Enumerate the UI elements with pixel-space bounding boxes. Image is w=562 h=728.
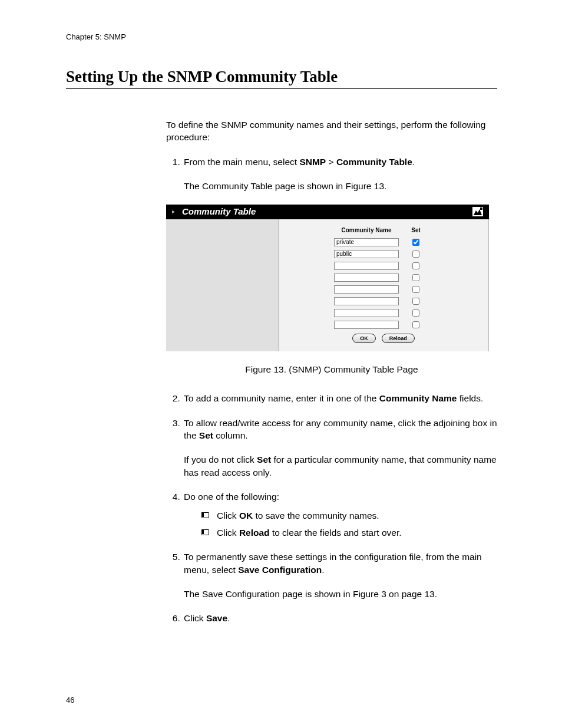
- step-5: To permanently save these settings in th…: [183, 551, 497, 600]
- community-name-input[interactable]: [334, 274, 399, 282]
- figure-13: ▸ Community Table: [166, 205, 497, 376]
- set-checkbox[interactable]: [412, 274, 419, 281]
- community-name-input[interactable]: [334, 297, 399, 305]
- community-name-input[interactable]: [334, 285, 399, 294]
- brand-logo-icon: [472, 207, 483, 216]
- running-header: Chapter 5: SNMP: [66, 32, 497, 41]
- table-row: [334, 319, 433, 330]
- section-title: Setting Up the SNMP Community Table: [66, 68, 497, 89]
- set-checkbox[interactable]: [412, 262, 419, 269]
- table-row: [334, 237, 433, 248]
- page-number: 46: [66, 696, 497, 704]
- community-name-input[interactable]: [334, 321, 399, 329]
- set-checkbox[interactable]: [412, 321, 419, 328]
- intro-paragraph: To define the SNMP community names and t…: [166, 118, 497, 144]
- step-3-followup: If you do not click Set for a particular…: [184, 453, 497, 479]
- col-header-set: Set: [399, 226, 433, 235]
- step-4: Do one of the following: Click OK to sav…: [183, 490, 497, 539]
- col-header-community-name: Community Name: [334, 226, 399, 235]
- community-name-input[interactable]: [334, 262, 399, 270]
- set-checkbox[interactable]: [412, 309, 419, 317]
- community-name-input[interactable]: [334, 238, 399, 246]
- table-row: [334, 261, 433, 271]
- community-name-input[interactable]: [334, 250, 399, 258]
- step-2: To add a community name, enter it in one…: [183, 392, 497, 404]
- window-content: Community Name Set OK Reload: [279, 219, 489, 351]
- community-name-input[interactable]: [334, 309, 399, 317]
- window-titlebar: ▸ Community Table: [166, 205, 489, 220]
- set-checkbox[interactable]: [412, 251, 419, 258]
- step-1-text: From the main menu, select SNMP > Commun…: [184, 157, 415, 167]
- procedure-list: From the main menu, select SNMP > Commun…: [166, 156, 497, 193]
- step-5-followup: The Save Configuration page is shown in …: [184, 588, 497, 600]
- svg-rect-1: [480, 207, 482, 210]
- step-3: To allow read/write access for any commu…: [183, 417, 497, 479]
- window-title: Community Table: [182, 206, 256, 218]
- step-4b: Click Reload to clear the fields and sta…: [201, 526, 497, 539]
- step-4-sublist: Click OK to save the community names. Cl…: [201, 509, 497, 539]
- table-row: [334, 296, 433, 307]
- step-6: Click Save.: [183, 612, 497, 624]
- procedure-list-continued: To add a community name, enter it in one…: [166, 392, 497, 625]
- set-checkbox[interactable]: [412, 239, 419, 246]
- reload-button[interactable]: Reload: [382, 334, 415, 343]
- step-1-followup: The Community Table page is shown in Fig…: [184, 180, 497, 192]
- table-row: [334, 284, 433, 295]
- community-table-window: ▸ Community Table: [166, 205, 489, 351]
- figure-caption: Figure 13. (SNMP) Community Table Page: [166, 363, 497, 375]
- set-checkbox[interactable]: [412, 298, 419, 305]
- titlebar-chevron-icon: ▸: [172, 207, 175, 216]
- step-1: From the main menu, select SNMP > Commun…: [183, 156, 497, 193]
- table-header-row: Community Name Set: [334, 226, 433, 235]
- table-row: [334, 272, 433, 283]
- step-4a: Click OK to save the community names.: [201, 509, 497, 522]
- set-checkbox[interactable]: [412, 286, 419, 293]
- ok-button[interactable]: OK: [352, 334, 376, 343]
- window-sidebar: [166, 219, 279, 351]
- table-row: [334, 249, 433, 259]
- table-row: [334, 308, 433, 318]
